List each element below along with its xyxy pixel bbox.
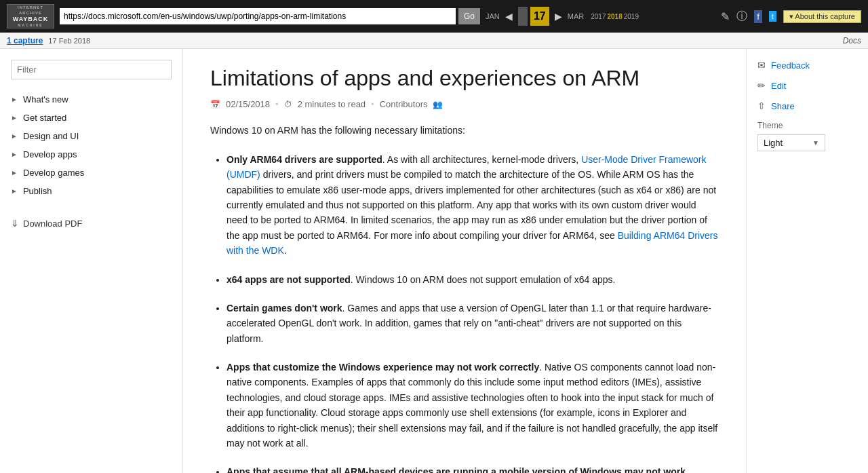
cal-tick — [527, 7, 528, 26]
contributors-icon: 👥 — [433, 100, 443, 109]
sidebar-item-label: What's new — [23, 94, 68, 105]
nav-next-button[interactable]: ▶ — [552, 11, 565, 22]
sidebar-item-label: Publish — [23, 186, 52, 196]
list-item: x64 apps are not supported. Windows 10 o… — [226, 272, 719, 287]
chevron-right-icon: ► — [11, 151, 18, 158]
sidebar-item-label: Design and UI — [23, 131, 79, 141]
list-item: Apps that customize the Windows experien… — [226, 360, 719, 451]
share-icon: ⇧ — [757, 100, 766, 111]
edit-icon: ✏ — [757, 80, 766, 91]
article-meta: 📅 02/15/2018 • ⏱ 2 minutes to read • Con… — [210, 99, 719, 109]
docs-label: Docs — [843, 36, 861, 45]
chevron-right-icon: ► — [11, 114, 18, 121]
list-item: Only ARM64 drivers are supported. As wit… — [226, 152, 719, 259]
wayback-right-icons: ✎ ⓘ f t ▾ About this capture — [721, 10, 861, 24]
sidebar: ► What's new ► Get started ► Design and … — [0, 49, 183, 473]
bullet-bold: Apps that assume that all ARM-based devi… — [226, 466, 686, 473]
edit-label: Edit — [771, 81, 786, 91]
capture-date: 17 Feb 2018 — [48, 37, 90, 45]
meta-contributors: Contributors — [380, 99, 428, 109]
download-pdf-label: Download PDF — [23, 219, 82, 229]
calendar-icon: 📅 — [210, 100, 220, 109]
article-body: Only ARM64 drivers are supported. As wit… — [210, 152, 719, 473]
url-bar-container: Go — [60, 8, 480, 24]
chevron-right-icon: ► — [11, 132, 18, 140]
meta-sep: • — [275, 99, 279, 109]
meta-date: 02/15/2018 — [226, 99, 270, 109]
article-title: Limitations of apps and experiences on A… — [210, 65, 719, 91]
twitter-icon[interactable]: t — [769, 11, 776, 22]
year-2017: 2017 — [591, 13, 606, 20]
nav-prev-button[interactable]: ◀ — [502, 11, 515, 22]
share-link[interactable]: ⇧ Share — [757, 100, 857, 111]
bullet-bold: Certain games don't work — [226, 303, 342, 314]
capture-link[interactable]: 1 capture — [7, 36, 43, 45]
capture-bar: 1 capture 17 Feb 2018 Docs — [0, 33, 868, 49]
bullet-bold: x64 apps are not supported — [226, 274, 351, 285]
share-label: Share — [771, 101, 795, 111]
month-jan: JAN — [486, 12, 500, 20]
sidebar-item-publish[interactable]: ► Publish — [0, 182, 182, 200]
month-mar: MAR — [568, 12, 584, 20]
calendar-bar — [518, 7, 528, 26]
chevron-right-icon: ► — [11, 96, 18, 103]
sidebar-nav: ► What's new ► Get started ► Design and … — [0, 90, 182, 200]
year-2019: 2019 — [624, 13, 639, 20]
bullet-text: . As with all architectures, kernel-mode… — [382, 154, 581, 165]
chevron-right-icon: ► — [11, 187, 18, 195]
feedback-link[interactable]: ✉ Feedback — [757, 60, 857, 71]
sidebar-item-design-ui[interactable]: ► Design and UI — [0, 127, 182, 145]
edit-link[interactable]: ✏ Edit — [757, 80, 857, 91]
feedback-label: Feedback — [771, 60, 810, 71]
feedback-icon: ✉ — [757, 60, 766, 71]
bullet-bold: Only ARM64 drivers are supported — [226, 154, 382, 165]
bullet-bold: Apps that customize the Windows experien… — [226, 362, 539, 373]
chevron-down-icon: ▼ — [812, 139, 819, 147]
facebook-icon[interactable]: f — [754, 10, 762, 23]
year-2018: 2018 — [607, 13, 622, 20]
sidebar-item-get-started[interactable]: ► Get started — [0, 109, 182, 127]
meta-read: 2 minutes to read — [298, 99, 366, 109]
download-pdf-button[interactable]: ⇓ Download PDF — [0, 214, 182, 233]
chevron-right-icon: ► — [11, 169, 18, 176]
help-icon[interactable]: ⓘ — [736, 10, 747, 24]
list-item: Certain games don't work. Games and apps… — [226, 301, 719, 346]
theme-section: Theme Light ▼ — [757, 121, 857, 151]
url-input[interactable] — [60, 8, 456, 24]
go-button[interactable]: Go — [458, 8, 480, 24]
download-icon: ⇓ — [11, 218, 19, 229]
sidebar-item-develop-apps[interactable]: ► Develop apps — [0, 145, 182, 164]
theme-select[interactable]: Light ▼ — [757, 134, 825, 151]
sidebar-item-whats-new[interactable]: ► What's new — [0, 90, 182, 109]
about-capture-button[interactable]: ▾ About this capture — [783, 10, 861, 23]
filter-input[interactable] — [11, 60, 172, 79]
right-panel: ✉ Feedback ✏ Edit ⇧ Share Theme Light ▼ — [746, 49, 868, 473]
user-icon[interactable]: ✎ — [721, 10, 730, 23]
sidebar-item-label: Develop games — [23, 168, 84, 178]
theme-value: Light — [764, 138, 812, 148]
list-item: Apps that assume that all ARM-based devi… — [226, 464, 719, 473]
sidebar-item-label: Get started — [23, 113, 66, 123]
sidebar-item-develop-games[interactable]: ► Develop games — [0, 164, 182, 182]
wayback-date: 17 — [530, 7, 549, 26]
article-intro: Windows 10 on ARM has the following nece… — [210, 123, 719, 138]
meta-sep: • — [371, 99, 374, 109]
timeline-area: JAN ◀ 17 ▶ MAR — [486, 7, 584, 26]
bullet-text: . Windows 10 on ARM does not support emu… — [351, 274, 616, 285]
main-content: Limitations of apps and experiences on A… — [183, 49, 746, 473]
sidebar-item-label: Develop apps — [23, 149, 77, 159]
bullet-text: . Native OS components cannot load non-n… — [226, 362, 717, 449]
theme-label: Theme — [757, 121, 857, 130]
bullet-text3: . — [284, 245, 287, 256]
clock-icon: ⏱ — [284, 100, 292, 109]
wayback-logo[interactable]: INTERNET ARCHIVE WAYBACK MACHINE — [7, 4, 54, 29]
